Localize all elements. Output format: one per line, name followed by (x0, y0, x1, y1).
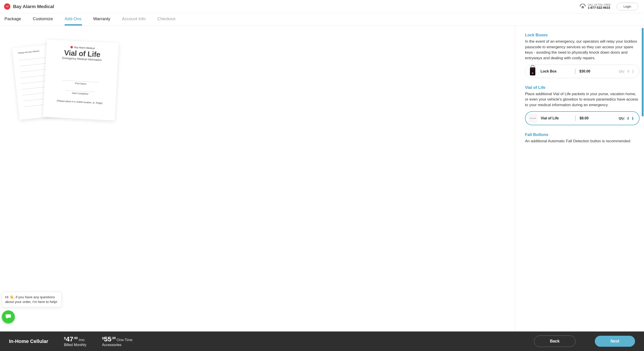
qty-value-vial: 2 (627, 116, 630, 120)
option-price-vial: $8.00 (579, 116, 616, 120)
step-addons[interactable]: Add-Ons (65, 16, 82, 25)
qty-down-vial[interactable]: ▼ (631, 118, 634, 120)
checkout-steps: Package Customize Add-Ons Warranty Accou… (0, 13, 644, 25)
section-fall: Fall Buttons An additional Automatic Fal… (525, 132, 640, 144)
chat-icon (5, 313, 12, 321)
login-button[interactable]: Login (616, 3, 638, 10)
quantity-stepper-lockbox[interactable]: Qty: 0 ▲ ▼ (619, 69, 634, 73)
lockbox-icon (528, 67, 537, 76)
paper-note: (Please place in a visible location, ie.… (49, 99, 110, 105)
chat-message: Hi 👋, if you have any questions about yo… (5, 295, 57, 304)
step-account-info: Account Info (122, 16, 146, 25)
price-monthly: $ 47 .90 /mo Billed Monthly (64, 336, 86, 347)
section-desc-fall: An additional Automatic Fall Detection b… (525, 138, 640, 144)
brand-name: Bay Alarm Medical (13, 4, 54, 9)
scrollbar-thumb[interactable] (642, 28, 644, 116)
addons-pane[interactable]: Lock Boxes In the event of an emergency,… (515, 25, 644, 332)
option-name-lockbox: Lock Box (540, 69, 572, 73)
phone-icon (579, 4, 586, 9)
header-right: CALL US TOLL FREE: 1-877-522-9633 Login (579, 3, 638, 10)
brand[interactable]: Bay Alarm Medical (4, 3, 54, 10)
chat-popover[interactable]: Hi 👋, if you have any questions about yo… (2, 292, 62, 307)
toll-free: CALL US TOLL FREE: 1-877-522-9633 (579, 3, 611, 9)
brand-logo-icon (70, 46, 73, 48)
option-vial[interactable]: Vial of Life Vial of Life $8.00 Qty: 2 ▲… (525, 111, 640, 125)
chat-button[interactable] (2, 310, 15, 324)
vial-of-life-preview: Please list any relevan Bay Alarm Medica… (20, 41, 119, 127)
paper-front: Bay Alarm Medical Vial of Life Emergency… (43, 39, 119, 120)
footer-bar: In-Home Cellular $ 47 .90 /mo Billed Mon… (0, 332, 644, 351)
section-lockboxes: Lock Boxes In the event of an emergency,… (525, 33, 640, 78)
section-title-fall: Fall Buttons (525, 132, 640, 137)
step-warranty[interactable]: Warranty (93, 16, 110, 25)
next-button[interactable]: Next (595, 336, 635, 347)
section-desc-lockboxes: In the event of an emergency, our operat… (525, 39, 640, 61)
step-checkout: Checkout (158, 16, 175, 25)
header: Bay Alarm Medical CALL US TOLL FREE: 1-8… (0, 0, 644, 13)
section-vial: Vial of Life Place additional Vial of Li… (525, 85, 640, 125)
section-desc-vial: Place additional Vial of Life packets in… (525, 91, 640, 108)
qty-label: Qty: (619, 69, 625, 73)
main: Please list any relevan Bay Alarm Medica… (0, 25, 644, 332)
brand-logo-icon (4, 3, 10, 10)
vial-icon: Vial of Life (528, 114, 538, 123)
back-button[interactable]: Back (534, 336, 576, 347)
step-customize[interactable]: Customize (33, 16, 53, 25)
svg-point-1 (582, 7, 583, 8)
plan-name: In-Home Cellular (9, 339, 48, 344)
price-onetime: $ 55 .00 One-Time Accessories (102, 336, 132, 347)
section-title-vial: Vial of Life (525, 85, 640, 90)
qty-value-lockbox: 0 (627, 69, 630, 73)
quantity-stepper-vial[interactable]: Qty: 2 ▲ ▼ (619, 116, 634, 120)
qty-label: Qty: (619, 116, 625, 120)
option-name-vial: Vial of Life (541, 116, 572, 120)
product-preview-pane: Please list any relevan Bay Alarm Medica… (0, 25, 515, 332)
qty-down-lockbox[interactable]: ▼ (632, 71, 634, 73)
step-package[interactable]: Package (4, 16, 21, 25)
option-lockbox[interactable]: Lock Box $30.00 Qty: 0 ▲ ▼ (525, 65, 640, 78)
toll-number[interactable]: 1-877-522-9633 (588, 6, 611, 9)
section-title-lockboxes: Lock Boxes (525, 33, 640, 37)
option-price-lockbox: $30.00 (578, 69, 616, 73)
